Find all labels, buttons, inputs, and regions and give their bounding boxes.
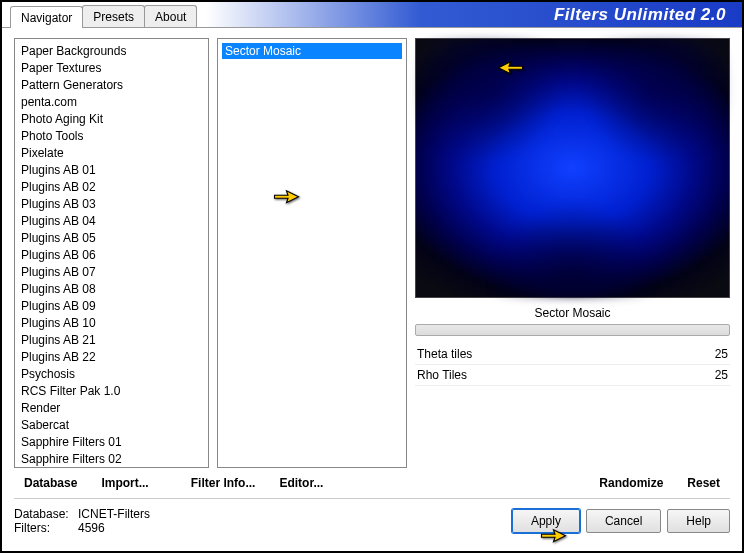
category-item[interactable]: Photo Aging Kit (21, 111, 202, 128)
status-bar: Database: ICNET-Filters Filters: 4596 Ap… (2, 501, 742, 541)
db-label: Database: (14, 507, 70, 521)
import-button[interactable]: Import... (91, 473, 158, 493)
category-item[interactable]: Plugins AB 02 (21, 179, 202, 196)
category-item[interactable]: RCS Filter Pak 1.0 (21, 383, 202, 400)
db-value: ICNET-Filters (78, 507, 150, 521)
tab-navigator[interactable]: Navigator (10, 6, 83, 28)
category-item[interactable]: Sapphire Filters 01 (21, 434, 202, 451)
action-buttons: Apply Cancel Help (512, 509, 730, 533)
category-item[interactable]: Plugins AB 03 (21, 196, 202, 213)
category-item[interactable]: Plugins AB 04 (21, 213, 202, 230)
category-item[interactable]: penta.com (21, 94, 202, 111)
category-item[interactable]: Render (21, 400, 202, 417)
param-row[interactable]: Rho Tiles25 (415, 365, 730, 386)
randomize-button[interactable]: Randomize (589, 473, 673, 493)
category-item[interactable]: Paper Textures (21, 60, 202, 77)
param-value: 25 (715, 347, 728, 361)
category-item[interactable]: Plugins AB 01 (21, 162, 202, 179)
category-item[interactable]: Plugins AB 10 (21, 315, 202, 332)
param-name: Theta tiles (417, 347, 472, 361)
category-item[interactable]: Plugins AB 22 (21, 349, 202, 366)
category-item[interactable]: Plugins AB 09 (21, 298, 202, 315)
toolbar: Database Import... Filter Info... Editor… (2, 468, 742, 496)
filter-name-label: Sector Mosaic (415, 306, 730, 320)
category-item[interactable]: Pattern Generators (21, 77, 202, 94)
status-info: Database: ICNET-Filters Filters: 4596 (14, 507, 150, 535)
parameter-list: Theta tiles25Rho Tiles25 (415, 344, 730, 386)
category-item[interactable]: Pixelate (21, 145, 202, 162)
tab-presets[interactable]: Presets (82, 5, 145, 27)
preview-image (415, 38, 730, 298)
filter-info-button[interactable]: Filter Info... (181, 473, 266, 493)
editor-button[interactable]: Editor... (269, 473, 333, 493)
category-item[interactable]: Plugins AB 06 (21, 247, 202, 264)
filter-item[interactable]: Sector Mosaic (222, 43, 402, 59)
help-button[interactable]: Help (667, 509, 730, 533)
category-item[interactable]: Photo Tools (21, 128, 202, 145)
category-item[interactable]: Sapphire Filters 02 (21, 451, 202, 468)
database-button[interactable]: Database (14, 473, 87, 493)
app-title-banner: Filters Unlimited 2.0 (206, 2, 742, 27)
tab-about[interactable]: About (144, 5, 197, 27)
apply-button[interactable]: Apply (512, 509, 580, 533)
category-item[interactable]: Paper Backgrounds (21, 43, 202, 60)
category-item[interactable]: Plugins AB 21 (21, 332, 202, 349)
cancel-button[interactable]: Cancel (586, 509, 661, 533)
tabs: Navigator Presets About (2, 2, 196, 27)
app-title: Filters Unlimited 2.0 (554, 5, 726, 25)
right-panel: Sector Mosaic Theta tiles25Rho Tiles25 (415, 38, 730, 468)
category-item[interactable]: Plugins AB 08 (21, 281, 202, 298)
filter-list[interactable]: Sector Mosaic (217, 38, 407, 468)
reset-button[interactable]: Reset (677, 473, 730, 493)
category-item[interactable]: Sabercat (21, 417, 202, 434)
category-item[interactable]: Plugins AB 07 (21, 264, 202, 281)
filters-count: 4596 (78, 521, 105, 535)
category-list[interactable]: Paper BackgroundsPaper TexturesPattern G… (14, 38, 209, 468)
param-name: Rho Tiles (417, 368, 467, 382)
param-row[interactable]: Theta tiles25 (415, 344, 730, 365)
main-area: Paper BackgroundsPaper TexturesPattern G… (2, 28, 742, 468)
filters-label: Filters: (14, 521, 70, 535)
divider (14, 498, 730, 499)
category-item[interactable]: Plugins AB 05 (21, 230, 202, 247)
category-item[interactable]: Psychosis (21, 366, 202, 383)
param-value: 25 (715, 368, 728, 382)
title-bar: Navigator Presets About Filters Unlimite… (2, 2, 742, 28)
progress-bar (415, 324, 730, 336)
